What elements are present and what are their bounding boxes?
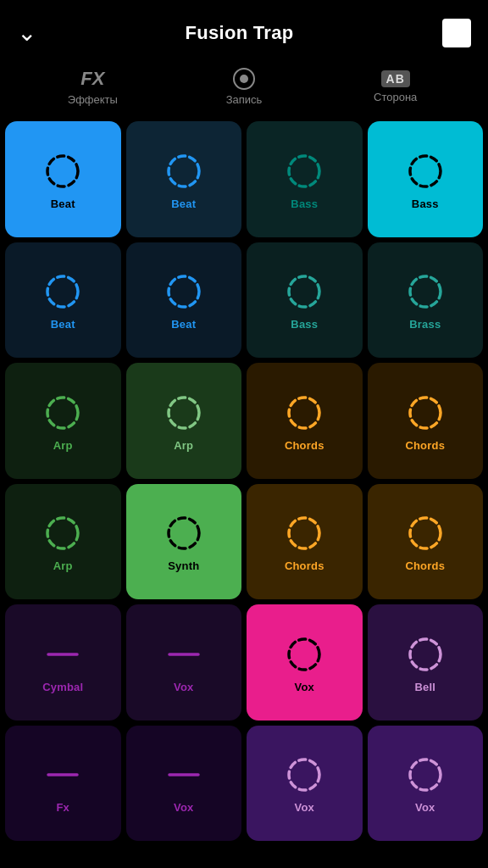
- svg-point-1: [169, 156, 199, 186]
- svg-point-15: [410, 518, 441, 548]
- toolbar-ab[interactable]: AB Сторона: [319, 70, 471, 103]
- svg-point-13: [169, 518, 199, 548]
- pad-label: Chords: [405, 559, 445, 572]
- pad-r2c3[interactable]: Bass: [247, 242, 363, 359]
- svg-point-10: [289, 398, 319, 428]
- pad-icon-circle: [40, 269, 86, 314]
- pad-r3c2[interactable]: Arp: [126, 363, 242, 479]
- pad-icon-line: [40, 752, 86, 798]
- pad-r3c3[interactable]: Chords: [247, 363, 363, 479]
- pad-icon-circle: [281, 632, 327, 677]
- pad-r2c4[interactable]: Brass: [368, 242, 484, 359]
- pad-r1c3[interactable]: Bass: [247, 121, 363, 237]
- pad-r4c2[interactable]: Synth: [126, 484, 242, 600]
- svg-point-4: [47, 276, 78, 307]
- pad-r5c2[interactable]: Vox: [126, 604, 242, 721]
- pad-label: Cymbal: [42, 681, 83, 693]
- pad-icon-circle: [281, 148, 327, 194]
- pad-label: Beat: [171, 198, 196, 210]
- pad-label: Beat: [51, 318, 75, 331]
- pad-label: Vox: [295, 681, 314, 693]
- pad-label: Beat: [171, 318, 196, 331]
- pad-label: Synth: [168, 559, 199, 572]
- pad-label: Vox: [174, 801, 193, 814]
- pad-grid: Beat Beat Bass Bass Beat Beat Bass Brass…: [0, 121, 488, 846]
- toolbar-fx[interactable]: FX Эффекты: [17, 68, 169, 106]
- toolbar: FX Эффекты Запись AB Сторона: [0, 59, 488, 121]
- pad-label: Bass: [412, 198, 439, 210]
- pad-r6c1[interactable]: Fx: [5, 726, 121, 842]
- pad-label: Chords: [405, 439, 445, 452]
- pad-label: Fx: [56, 801, 69, 814]
- pad-r1c4[interactable]: Bass: [368, 121, 484, 237]
- pad-r5c4[interactable]: Bell: [368, 604, 484, 721]
- pad-icon-circle: [281, 752, 327, 798]
- svg-point-22: [289, 760, 319, 790]
- pad-icon-circle: [40, 510, 86, 556]
- svg-point-0: [47, 156, 78, 186]
- pad-icon-circle: [40, 390, 86, 436]
- toolbar-record[interactable]: Запись: [169, 68, 320, 106]
- pad-label: Arp: [174, 439, 193, 452]
- pad-r6c4[interactable]: Vox: [368, 726, 484, 842]
- ab-label: Сторона: [374, 91, 417, 103]
- svg-point-7: [410, 276, 441, 307]
- record-inner-dot: [240, 75, 248, 83]
- pad-label: Bass: [291, 318, 318, 331]
- pad-icon-circle: [161, 390, 207, 436]
- pad-label: Beat: [51, 198, 75, 210]
- pad-r4c1[interactable]: Arp: [5, 484, 121, 600]
- svg-point-5: [169, 276, 199, 307]
- pad-label: Brass: [409, 318, 441, 331]
- record-icon: [233, 68, 255, 90]
- svg-point-12: [47, 518, 78, 548]
- pad-icon-circle: [161, 148, 207, 194]
- pad-icon-circle: [402, 752, 448, 798]
- pad-r3c4[interactable]: Chords: [368, 363, 484, 479]
- pad-icon-circle: [402, 390, 448, 436]
- pad-r6c3[interactable]: Vox: [247, 726, 363, 842]
- pad-r4c4[interactable]: Chords: [368, 484, 484, 600]
- pad-icon-circle: [402, 510, 448, 556]
- pad-r5c3[interactable]: Vox: [247, 604, 363, 721]
- pad-label: Vox: [295, 801, 314, 814]
- pad-label: Chords: [285, 439, 324, 452]
- header: ⌄ Fusion Trap: [0, 0, 488, 59]
- pad-r5c1[interactable]: Cymbal: [5, 604, 121, 721]
- pad-label: Bass: [291, 198, 318, 210]
- svg-point-23: [410, 760, 441, 790]
- pad-icon-line: [161, 752, 207, 798]
- svg-point-14: [289, 518, 319, 548]
- pad-icon-circle: [161, 269, 207, 314]
- pad-icon-circle: [402, 632, 448, 677]
- pad-icon-circle: [402, 148, 448, 194]
- svg-point-2: [289, 156, 319, 186]
- fx-label: Эффекты: [68, 93, 118, 106]
- pad-label: Arp: [53, 559, 73, 572]
- page-title: Fusion Trap: [186, 22, 294, 44]
- svg-point-6: [289, 276, 319, 307]
- pad-label: Arp: [53, 439, 73, 452]
- svg-point-8: [47, 398, 78, 428]
- pad-label: Bell: [414, 681, 435, 693]
- pad-icon-circle: [281, 269, 327, 314]
- chevron-down-icon[interactable]: ⌄: [17, 21, 36, 45]
- ab-icon: AB: [381, 70, 410, 87]
- pad-label: Vox: [415, 801, 435, 814]
- svg-point-9: [169, 398, 199, 428]
- pad-r1c1[interactable]: Beat: [5, 121, 121, 237]
- pad-r4c3[interactable]: Chords: [247, 484, 363, 600]
- svg-point-19: [410, 639, 441, 670]
- pad-icon-circle: [40, 148, 86, 194]
- pad-r2c1[interactable]: Beat: [5, 242, 121, 359]
- pad-r1c2[interactable]: Beat: [126, 121, 242, 237]
- pad-r6c2[interactable]: Vox: [126, 726, 242, 842]
- pad-icon-circle: [281, 510, 327, 556]
- pad-r2c2[interactable]: Beat: [126, 242, 242, 359]
- svg-point-11: [410, 398, 441, 428]
- record-label: Запись: [226, 93, 263, 106]
- header-square-button[interactable]: [442, 19, 471, 47]
- pad-icon-circle: [281, 390, 327, 436]
- pad-label: Chords: [285, 559, 324, 572]
- pad-r3c1[interactable]: Arp: [5, 363, 121, 479]
